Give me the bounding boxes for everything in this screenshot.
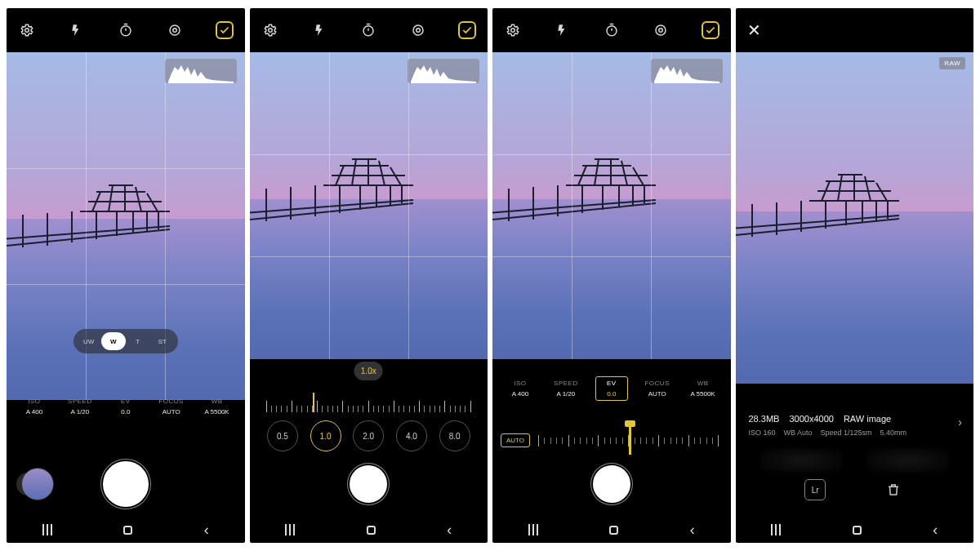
zoom-stop-1.0[interactable]: 1.0 xyxy=(310,420,341,451)
param-ev[interactable]: EV0.0 xyxy=(589,380,635,398)
screen-zoom-slider: 1.0x 0.5 1.0 2.0 4.0 8.0 ‹ xyxy=(250,8,488,543)
zoom-cursor[interactable] xyxy=(313,393,314,412)
zoom-stops: 0.5 1.0 2.0 4.0 8.0 xyxy=(250,420,488,451)
svg-point-8 xyxy=(511,29,515,33)
flash-icon[interactable] xyxy=(67,21,85,39)
pier-structure xyxy=(492,151,656,249)
review-wb: WB Auto xyxy=(784,429,813,437)
svg-point-3 xyxy=(173,29,177,33)
nav-recents-icon[interactable] xyxy=(285,524,295,535)
review-dimensions: 3000x4000 xyxy=(789,414,833,424)
shutter-row xyxy=(7,455,245,513)
lens-t[interactable]: T xyxy=(126,332,150,350)
top-toolbar: ✕ xyxy=(736,8,974,52)
histogram[interactable] xyxy=(408,59,479,83)
zoom-ruler[interactable] xyxy=(266,394,472,412)
lens-selector[interactable]: UW W T ST xyxy=(74,329,178,353)
zoom-stop-2.0[interactable]: 2.0 xyxy=(353,420,384,451)
screen-pro-default: UW W T ST ISOA 400 SPEEDA 1/20 EV0.0 FOC… xyxy=(7,8,245,543)
raw-badge: RAW xyxy=(939,57,965,69)
histogram[interactable] xyxy=(651,59,723,83)
zoom-stop-0.5[interactable]: 0.5 xyxy=(267,420,298,451)
ev-auto-chip[interactable]: AUTO xyxy=(501,433,530,447)
settings-icon[interactable] xyxy=(504,21,522,39)
review-iso: ISO 160 xyxy=(749,429,776,437)
nav-recents-icon[interactable] xyxy=(42,524,52,535)
ev-slider[interactable] xyxy=(538,430,719,451)
shutter-row xyxy=(250,455,488,513)
lens-uw[interactable]: UW xyxy=(77,332,101,350)
svg-point-6 xyxy=(413,25,423,35)
lens-st[interactable]: ST xyxy=(150,332,175,350)
nav-back-icon[interactable]: ‹ xyxy=(690,522,695,539)
flash-icon[interactable] xyxy=(553,21,571,39)
viewfinder[interactable] xyxy=(492,52,731,359)
review-filesize: 28.3MB xyxy=(749,414,780,424)
viewfinder[interactable] xyxy=(250,52,488,359)
svg-point-7 xyxy=(416,29,420,33)
top-toolbar xyxy=(492,8,731,52)
timer-icon[interactable] xyxy=(117,21,135,39)
param-wb[interactable]: WBA 5500K xyxy=(680,380,726,398)
ratio-icon[interactable] xyxy=(166,21,184,39)
nav-recents-icon[interactable] xyxy=(528,524,538,535)
settings-icon[interactable] xyxy=(261,21,279,39)
review-info[interactable]: 28.3MB 3000x4000 RAW image ISO 160 WB Au… xyxy=(736,406,974,445)
system-nav: ‹ xyxy=(7,517,245,543)
nav-home-icon[interactable] xyxy=(123,526,132,535)
filmstrip-blur xyxy=(736,448,974,478)
screenshot-grid: UW W T ST ISOA 400 SPEEDA 1/20 EV0.0 FOC… xyxy=(0,0,980,551)
ratio-icon[interactable] xyxy=(652,21,670,39)
settings-icon[interactable] xyxy=(18,21,36,39)
close-icon[interactable]: ✕ xyxy=(747,20,761,40)
nav-back-icon[interactable]: ‹ xyxy=(204,522,209,539)
ev-cursor[interactable] xyxy=(629,427,631,455)
param-wb[interactable]: WBA 5500K xyxy=(194,398,240,415)
shutter-button[interactable] xyxy=(350,465,387,503)
lightroom-button[interactable]: Lr xyxy=(804,479,826,500)
chevron-right-icon[interactable]: › xyxy=(958,415,962,429)
histogram[interactable] xyxy=(165,59,237,83)
lens-w[interactable]: W xyxy=(101,332,126,350)
nav-back-icon[interactable]: ‹ xyxy=(447,522,452,539)
system-nav: ‹ xyxy=(250,517,488,543)
nav-back-icon[interactable]: ‹ xyxy=(933,522,938,539)
top-toolbar xyxy=(250,8,488,52)
shutter-row xyxy=(492,455,731,513)
top-toolbar xyxy=(7,8,245,52)
review-speed: Speed 1/125sm xyxy=(821,429,872,437)
param-iso[interactable]: ISOA 400 xyxy=(11,398,57,415)
nav-recents-icon[interactable] xyxy=(771,524,781,535)
ratio-icon[interactable] xyxy=(409,21,427,39)
photo-preview[interactable] xyxy=(736,52,974,384)
param-iso[interactable]: ISOA 400 xyxy=(497,380,543,398)
param-focus[interactable]: FOCUSAUTO xyxy=(635,380,680,398)
shutter-button[interactable] xyxy=(593,465,630,503)
pier-structure xyxy=(736,167,899,264)
flash-icon[interactable] xyxy=(310,21,328,39)
format-icon[interactable] xyxy=(702,21,719,39)
param-ev[interactable]: EV0.0 xyxy=(103,398,149,415)
param-speed[interactable]: SPEEDA 1/20 xyxy=(543,380,589,398)
shutter-button[interactable] xyxy=(103,461,149,507)
format-icon[interactable] xyxy=(458,21,476,39)
system-nav: ‹ xyxy=(736,517,974,543)
nav-home-icon[interactable] xyxy=(609,526,618,535)
delete-icon[interactable] xyxy=(883,479,904,500)
edit-actions: Lr xyxy=(736,479,974,500)
format-icon[interactable] xyxy=(216,21,234,39)
zoom-stop-4.0[interactable]: 4.0 xyxy=(396,420,427,451)
param-focus[interactable]: FOCUSAUTO xyxy=(149,398,194,415)
pier-structure xyxy=(250,151,413,249)
timer-icon[interactable] xyxy=(603,21,621,39)
nav-home-icon[interactable] xyxy=(853,526,862,535)
nav-home-icon[interactable] xyxy=(367,526,376,535)
zoom-stop-8.0[interactable]: 8.0 xyxy=(439,420,470,451)
param-speed[interactable]: SPEEDA 1/20 xyxy=(57,398,103,415)
system-nav: ‹ xyxy=(492,517,731,543)
svg-point-4 xyxy=(268,29,272,33)
svg-point-0 xyxy=(25,29,29,33)
zoom-value-bubble: 1.0x xyxy=(354,362,383,380)
gallery-thumbnail[interactable] xyxy=(21,468,54,500)
timer-icon[interactable] xyxy=(359,21,377,39)
